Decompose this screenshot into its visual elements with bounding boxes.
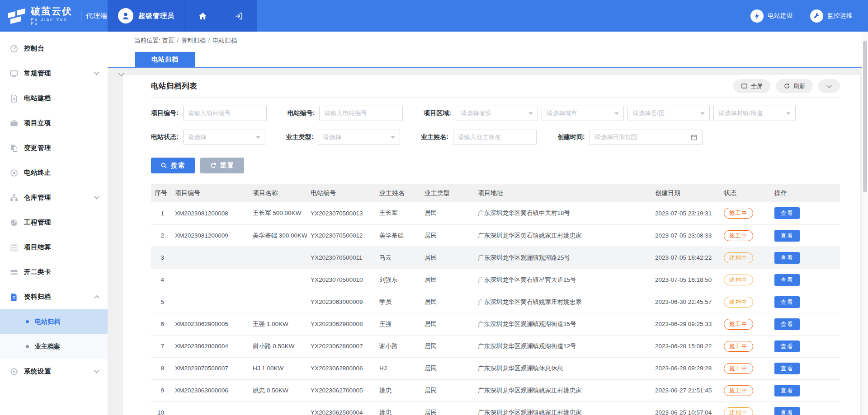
breadcrumb-separator: / [207,37,212,44]
sidebar-item-general-mgmt[interactable]: 常规管理 [0,61,108,86]
doc-icon [9,94,19,103]
status-badge: 施工中 [724,385,753,396]
view-button[interactable]: 查看 [774,230,800,242]
view-button[interactable]: 查看 [774,363,800,374]
breadcrumb-item-0[interactable]: 首页 [162,37,175,44]
table-body: 1XM2023081200008王长军 500.00KWYX2023070500… [151,202,840,415]
status-badge: 建档中 [724,252,753,263]
view-button[interactable]: 查看 [774,274,800,286]
main-content: 当前位置: 首页 / 资料归档 / 电站归档 电站归档 电站归档列表 全屏 刷新 [108,32,862,415]
filter-group-station-status: 电站状态:请选择 [151,130,265,145]
vertical-scrollbar[interactable] [862,32,868,415]
sidebar-item-project-approval[interactable]: 项目立项 [0,111,108,135]
current-user[interactable]: 超级管理员 [108,0,184,32]
cell-owner-type: 居民 [421,291,474,313]
refresh-button[interactable]: 刷新 [776,79,813,93]
calculator-icon [9,243,19,252]
cell-created: 2023-06-27 21:51:45 [651,379,720,401]
cell-station-no: YX2023070500013 [307,202,376,224]
caret-down-icon [528,112,533,117]
top-bar: 破茧云伏 Po Jian Yun Fu 代理端 超级管理员 电站建设 [0,0,868,32]
cell-status: 建档中 [720,247,771,269]
project-region-0-select[interactable]: 请选择省份 [456,106,538,121]
nav-station-build[interactable]: 电站建设 [750,9,793,23]
view-button[interactable]: 查看 [774,407,800,415]
cell-address: 广东深圳龙华区黄石镇姚家庄村姚忠家 [474,291,651,313]
cell-action: 查看 [771,379,840,401]
sidebar-item-engineering-mgmt[interactable]: 工程管理 [0,210,108,235]
cell-status: 施工中 [720,313,771,335]
project-region-1-select[interactable]: 请选择城市 [542,106,624,121]
sidebar: 控制台常规管理电站建档项目立项变更管理电站终止仓库管理工程管理项目结算开二类卡资… [0,32,108,415]
cell-project-no [171,247,249,269]
cell-address: 广东深圳龙华区黄石镇姚家庄村姚忠家 [474,224,651,247]
view-button[interactable]: 查看 [774,318,800,330]
sidebar-item-project-settlement[interactable]: 项目结算 [0,235,108,260]
cell-address: 广东深圳龙华区黄石镇星官大道15号 [474,269,651,291]
cell-created: 2023-06-28 09:29:28 [651,357,720,379]
cell-station-no: YX2023062900008 [307,313,376,335]
station-no-input[interactable]: 请输入电站编号 [319,106,403,121]
sidebar-item-label: 系统设置 [24,367,51,376]
sidebar-item-system-settings[interactable]: 系统设置 [0,359,108,384]
cell-station-no: YX2023062800007 [307,335,376,357]
sidebar-item-station-filing[interactable]: 电站建档 [0,86,108,111]
caret-down-icon [256,136,260,141]
owner-type-select[interactable]: 请选择 [318,130,400,145]
tab-station-archive[interactable]: 电站归档 [135,52,195,67]
card-header: 电站归档列表 全屏 刷新 [151,75,840,98]
sidebar-item-warehouse-mgmt[interactable]: 仓库管理 [0,185,108,210]
collapse-button[interactable] [818,79,840,93]
cell-action: 查看 [771,247,840,269]
breadcrumb-item-2[interactable]: 电站归档 [212,37,237,44]
view-button[interactable]: 查看 [774,296,800,308]
view-button[interactable]: 查看 [774,385,800,396]
fullscreen-button[interactable]: 全屏 [733,79,770,93]
sidebar-item-label: 工程管理 [24,218,51,227]
cell-owner-name: 刘强东 [376,269,421,291]
station-status-select[interactable]: 请选择 [183,130,265,145]
sidebar-item-change-mgmt[interactable]: 变更管理 [0,135,108,160]
reset-button[interactable]: 重置 [200,158,244,173]
cell-project-name [249,247,307,269]
nav-monitor-ops[interactable]: 监控运维 [810,9,853,23]
view-button[interactable]: 查看 [774,252,800,264]
cell-station-no: YX2023062500004 [307,401,376,415]
user-name: 超级管理员 [138,12,175,20]
view-button[interactable]: 查看 [774,340,800,352]
sidebar-subitem-station-archive[interactable]: 电站归档 [0,309,108,334]
cell-action: 查看 [771,202,840,224]
create-time-input[interactable]: 请选择日期范围 [590,130,703,145]
owner-name-input[interactable]: 请输入业主姓名 [453,130,537,145]
table-row: 8XM2023070500007HJ 1.00KWYX2023062800006… [151,357,840,379]
view-button[interactable]: 查看 [774,207,800,219]
cell-index: 10 [151,401,171,415]
cell-created: 2023-06-29 09:25:33 [651,313,720,335]
column-header-6: 项目地址 [474,184,651,202]
cell-station-no: YX2023070500012 [307,224,376,247]
cell-index: 2 [151,224,171,247]
project-region-2-select[interactable]: 请选择县/区 [627,106,710,121]
vertical-scrollbar-thumb[interactable] [863,41,867,192]
cell-address: 广东深圳龙华区黄石镇中关村18号 [474,202,651,224]
brand-text: 破茧云伏 Po Jian Yun Fu [31,6,75,26]
sidebar-item-second-class-card[interactable]: 开二类卡 [0,260,108,284]
sidebar-item-label: 项目立项 [24,119,51,127]
logout-button[interactable] [221,0,257,32]
search-button[interactable]: 搜索 [151,158,195,173]
sidebar-item-data-archive[interactable]: 资料归档 [0,284,108,309]
sidebar-item-console[interactable]: 控制台 [0,36,108,61]
home-button[interactable] [184,0,221,32]
sidebar-item-station-termination[interactable]: 电站终止 [0,160,108,185]
project-region-3-select[interactable]: 请选择村镇/街道 [713,106,796,121]
docblue-icon [9,293,19,302]
cell-project-no [171,401,249,415]
project-no-input[interactable]: 请输入项目编号 [183,106,267,121]
sidebar-subitem-label: 业主档案 [35,343,60,351]
cell-status: 施工中 [720,335,771,357]
sidebar-subitem-owner-archive[interactable]: 业主档案 [0,334,108,359]
cell-owner-name: 美学基础 [376,224,421,247]
breadcrumb-item-1[interactable]: 资料归档 [181,37,206,44]
cell-owner-type: 居民 [421,202,474,224]
sidebar-item-label: 电站终止 [24,168,51,177]
